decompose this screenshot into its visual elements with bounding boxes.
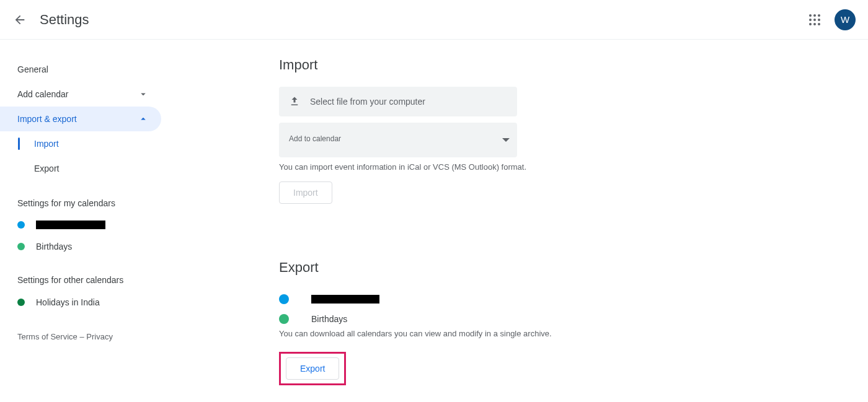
- calendar-name-birthdays: Birthdays: [36, 242, 72, 251]
- apps-grid-icon: [809, 14, 820, 25]
- calendar-name-holidays: Holidays in India: [36, 297, 100, 307]
- calendar-color-dot: [279, 294, 289, 304]
- dropdown-label: Add to calendar: [289, 134, 341, 143]
- app-header: Settings W: [0, 0, 868, 40]
- import-button-label: Import: [293, 188, 318, 198]
- calendar-color-dot: [17, 243, 25, 250]
- import-button[interactable]: Import: [279, 181, 332, 204]
- sidebar-sub-export-label: Export: [34, 164, 59, 173]
- terms-link[interactable]: Terms of Service: [17, 332, 78, 341]
- sidebar-label-add-calendar: Add calendar: [17, 89, 69, 99]
- sidebar-label-import-export: Import & export: [17, 114, 77, 124]
- sidebar-my-calendar-1[interactable]: [0, 214, 161, 235]
- add-to-calendar-dropdown[interactable]: Add to calendar: [279, 123, 517, 157]
- sidebar-section-other-calendars: Settings for other calendars: [0, 258, 161, 291]
- calendar-color-dot: [17, 299, 25, 306]
- export-button-label: Export: [300, 364, 325, 374]
- upload-icon: [289, 96, 300, 107]
- sidebar-item-add-calendar[interactable]: Add calendar: [0, 82, 161, 107]
- svg-point-8: [818, 23, 820, 25]
- privacy-link[interactable]: Privacy: [86, 332, 113, 341]
- sidebar-section-my-calendars: Settings for my calendars: [0, 181, 161, 214]
- settings-content: Import Select file from your computer Ad…: [161, 40, 843, 402]
- calendar-color-dot: [279, 314, 289, 324]
- select-file-button[interactable]: Select file from your computer: [279, 87, 517, 116]
- caret-down-icon: [502, 136, 510, 144]
- sidebar-label-general: General: [17, 64, 48, 74]
- account-avatar[interactable]: W: [835, 9, 856, 30]
- footer-links: Terms of Service – Privacy: [0, 313, 161, 347]
- svg-point-0: [809, 14, 812, 17]
- svg-point-3: [809, 19, 812, 21]
- svg-point-1: [813, 14, 816, 17]
- chevron-up-icon: [138, 113, 149, 125]
- export-help-text: You can download all calendars you can v…: [279, 329, 589, 338]
- sidebar-item-import-export[interactable]: Import & export: [0, 107, 161, 131]
- calendar-name-redacted: [36, 221, 105, 229]
- export-heading: Export: [279, 260, 818, 276]
- svg-point-5: [818, 19, 820, 21]
- export-calendar-name-redacted: [311, 295, 379, 304]
- export-calendar-row-birthdays: Birthdays: [279, 309, 818, 329]
- sidebar-sub-import-label: Import: [34, 139, 59, 149]
- sidebar-sub-import[interactable]: Import: [18, 131, 161, 156]
- import-help-text: You can import event information in iCal…: [279, 162, 589, 172]
- svg-point-7: [813, 23, 816, 25]
- google-apps-button[interactable]: [802, 7, 827, 32]
- page-title: Settings: [40, 12, 89, 28]
- footer-sep: –: [78, 332, 86, 341]
- svg-point-2: [818, 14, 820, 17]
- sidebar-my-calendar-birthdays[interactable]: Birthdays: [0, 235, 161, 258]
- calendar-color-dot: [17, 221, 25, 229]
- sidebar-item-general[interactable]: General: [0, 57, 161, 82]
- svg-point-6: [809, 23, 812, 25]
- sidebar-other-calendar-holidays[interactable]: Holidays in India: [0, 291, 161, 313]
- export-calendar-row-1: [279, 289, 818, 309]
- settings-sidebar: General Add calendar Import & export Imp…: [0, 40, 161, 402]
- export-calendar-name-birthdays: Birthdays: [311, 314, 347, 324]
- export-button[interactable]: Export: [286, 357, 339, 380]
- svg-point-4: [813, 19, 816, 21]
- back-button[interactable]: [7, 7, 32, 32]
- sidebar-sub-export[interactable]: Export: [18, 156, 161, 181]
- highlight-annotation: Export: [279, 352, 346, 385]
- select-file-label: Select file from your computer: [310, 97, 425, 107]
- chevron-down-icon: [138, 89, 149, 100]
- import-heading: Import: [279, 57, 818, 73]
- arrow-left-icon: [13, 13, 27, 27]
